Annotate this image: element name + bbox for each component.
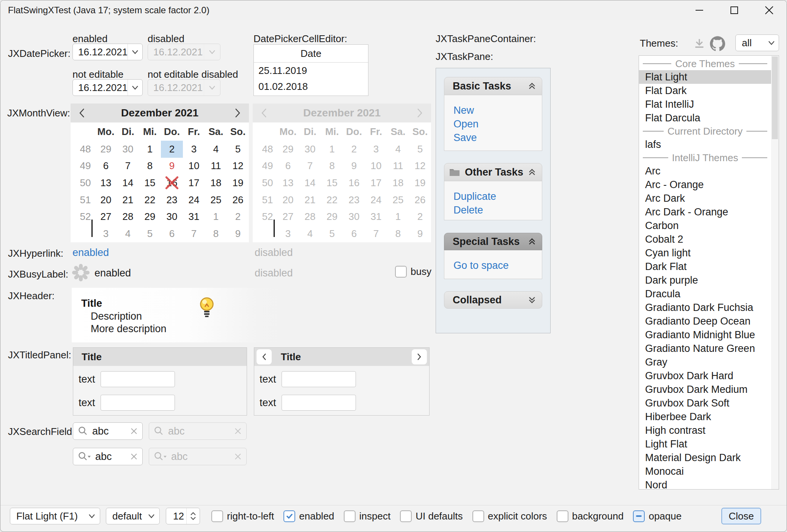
task-link[interactable]: Save [453, 132, 542, 145]
taskpane-header[interactable]: Other Tasks [444, 163, 542, 181]
calendar-day[interactable]: 10 [183, 158, 205, 175]
calendar-day[interactable]: 17 [183, 174, 205, 191]
spinner-buttons[interactable] [186, 508, 200, 524]
theme-list-item[interactable]: Gray [639, 355, 771, 369]
theme-list-item[interactable]: Cyan light [639, 246, 771, 260]
calendar-day[interactable]: 31 [183, 208, 205, 225]
checkbox-inspect[interactable]: inspect [344, 510, 390, 522]
calendar-day[interactable]: 5 [227, 141, 249, 158]
checkbox-box[interactable] [472, 510, 484, 522]
calendar-day[interactable]: 22 [139, 191, 161, 209]
calendar-day[interactable]: 8 [139, 158, 161, 175]
theme-list-item[interactable]: Gradianto Midnight Blue [639, 328, 771, 342]
calendar-day[interactable]: 19 [227, 174, 249, 191]
theme-list-item[interactable]: Nord [639, 478, 771, 490]
calendar-day[interactable]: 29 [139, 208, 161, 225]
calendar-day[interactable]: 5 [139, 225, 161, 242]
nav-right-button[interactable] [412, 349, 427, 364]
theme-list-item[interactable]: Dracula [639, 287, 771, 301]
theme-list-item[interactable]: Arc Dark - Orange [639, 205, 771, 219]
theme-list-item[interactable]: Arc Dark [639, 191, 771, 205]
search-value[interactable]: abc [92, 425, 130, 437]
checkbox-box[interactable] [400, 510, 412, 522]
theme-list-item[interactable]: Gradianto Deep Ocean [639, 314, 771, 328]
clear-icon[interactable] [130, 427, 138, 435]
calendar-day[interactable]: 9 [227, 225, 249, 242]
checkbox-ui-defaults[interactable]: UI defaults [400, 510, 463, 522]
calendar-day[interactable]: 2 [227, 208, 249, 225]
clear-icon[interactable] [130, 453, 138, 460]
close-window-button[interactable] [752, 0, 787, 20]
maximize-button[interactable] [717, 0, 752, 20]
nav-left-button[interactable] [257, 349, 272, 364]
combobox-value[interactable]: default [106, 510, 148, 522]
calendar-day[interactable]: 16 [161, 174, 183, 191]
theme-list-item[interactable]: Flat Light [639, 70, 771, 84]
calendar-day[interactable]: 13 [95, 174, 117, 191]
spinner-up-icon[interactable] [190, 512, 196, 516]
font-size-spinner[interactable]: 12 [166, 508, 200, 524]
task-link[interactable]: Go to space [453, 259, 542, 273]
text-input[interactable] [101, 395, 175, 411]
calendar-day[interactable]: 18 [205, 174, 227, 191]
calendar-day[interactable]: 25 [205, 191, 227, 209]
checkbox-box[interactable] [344, 510, 356, 522]
checkbox-box[interactable] [283, 510, 295, 522]
checkbox-explicit-colors[interactable]: explicit colors [472, 510, 547, 522]
datepicker-value[interactable]: 16.12.2021 [73, 46, 127, 58]
calendar-day[interactable]: 4 [117, 225, 139, 242]
theme-list-item[interactable]: Flat IntelliJ [639, 97, 771, 111]
checkbox-background[interactable]: background [557, 510, 624, 522]
calendar-day[interactable]: 9 [161, 158, 183, 175]
task-link[interactable]: New [453, 104, 542, 118]
calendar-day[interactable]: 1 [139, 141, 161, 158]
theme-list-item[interactable]: Monocai [639, 465, 771, 478]
text-input[interactable] [282, 395, 356, 411]
theme-list-item[interactable]: Dark Flat [639, 260, 771, 273]
theme-list-item[interactable]: Material Design Dark [639, 451, 771, 465]
calendar-day[interactable]: 15 [139, 174, 161, 191]
calendar-day[interactable]: 11 [205, 158, 227, 175]
text-input[interactable] [101, 371, 175, 387]
spinner-value[interactable]: 12 [166, 508, 186, 524]
calendar-day[interactable]: 20 [95, 191, 117, 209]
checkbox-busy[interactable]: busy [395, 266, 431, 278]
calendar-day[interactable]: 29 [95, 141, 117, 158]
chevron-down-icon[interactable] [127, 80, 142, 96]
searchfield-menu-enabled[interactable]: abc [73, 448, 143, 465]
calendar-day[interactable]: 28 [117, 208, 139, 225]
calendar-day[interactable]: 8 [205, 225, 227, 242]
theme-list-item[interactable]: Carbon [639, 219, 771, 232]
taskpane-header[interactable]: Collapsed [444, 291, 542, 309]
taskpane-header[interactable]: Basic Tasks [444, 77, 542, 95]
theme-list-item[interactable]: Light Flat [639, 437, 771, 451]
calendar-day[interactable]: 23 [161, 191, 183, 209]
theme-list-item[interactable]: Gruvbox Dark Soft [639, 396, 771, 410]
searchfield-enabled[interactable]: abc [73, 422, 143, 440]
calendar-day[interactable]: 6 [95, 158, 117, 175]
task-link[interactable]: Duplicate [453, 190, 542, 204]
theme-list-item[interactable]: Cobalt 2 [639, 232, 771, 246]
calendar-day[interactable]: 7 [117, 158, 139, 175]
theme-list-item[interactable]: Hiberbee Dark [639, 410, 771, 424]
theme-list-item[interactable]: Flat Dark [639, 84, 771, 97]
spinner-down-icon[interactable] [190, 516, 196, 520]
calendar-day[interactable]: 30 [117, 141, 139, 158]
theme-list-item[interactable]: Gradianto Dark Fuchsia [639, 301, 771, 314]
taskpane-header[interactable]: Special Tasks [444, 233, 542, 250]
search-value[interactable]: abc [95, 451, 130, 463]
calendar-day[interactable]: 14 [117, 174, 139, 191]
datepicker-enabled[interactable]: 16.12.2021 [72, 44, 143, 60]
calendar-day[interactable]: 2 [161, 141, 183, 158]
calendar-day[interactable]: 27 [95, 208, 117, 225]
checkbox-opaque[interactable]: opaque [633, 510, 682, 522]
search-dropdown-icon[interactable] [78, 451, 91, 462]
github-icon[interactable] [710, 36, 725, 51]
close-button[interactable]: Close [721, 508, 761, 524]
datepicker-not-editable[interactable]: 16.12.2021 [72, 79, 143, 96]
hyperlink-enabled[interactable]: enabled [72, 247, 109, 259]
download-icon[interactable] [693, 38, 705, 50]
expand-icon[interactable] [527, 295, 537, 304]
scrollbar-thumb[interactable] [772, 56, 778, 139]
theme-list-item[interactable]: Gruvbox Dark Medium [639, 383, 771, 396]
